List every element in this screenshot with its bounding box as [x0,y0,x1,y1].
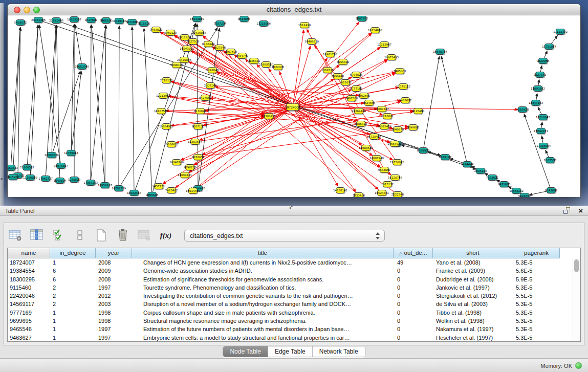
graph-node[interactable]: 10807487 [377,106,386,112]
graph-node[interactable]: 10025458 [380,123,389,129]
graph-node[interactable]: 16782759 [114,185,123,191]
graph-node[interactable]: 8958928 [419,147,428,154]
minimize-window-button[interactable] [24,7,30,13]
table-row[interactable]: 2242004622012Investigating the contribut… [8,292,580,300]
graph-node[interactable]: 16543902 [182,46,191,52]
graph-node[interactable]: 8471676 [499,181,509,187]
graph-node[interactable]: 1362615 [323,67,332,73]
graph-node[interactable]: 12213967 [380,41,389,48]
graph-node[interactable]: 9777169 [352,85,361,92]
graph-node[interactable]: 15720407 [369,134,379,140]
graph-node[interactable]: 11123372 [556,29,565,35]
memory-status[interactable]: Memory: OK [540,359,582,372]
graph-node[interactable]: 6671988 [127,19,137,25]
graph-node[interactable]: 9474444 [463,161,472,167]
graph-node[interactable]: 3624554 [364,100,374,106]
new-table-icon[interactable] [94,228,108,243]
rows-icon[interactable] [73,228,87,243]
graph-node[interactable]: 8186328 [204,41,213,47]
graph-node[interactable]: 16409510 [307,38,316,45]
graph-node[interactable]: 9243682 [547,187,556,193]
graph-node[interactable]: 11156829 [26,174,35,181]
column-header-name[interactable]: name [8,248,50,258]
graph-node[interactable]: 8990448 [333,73,342,79]
graph-node[interactable]: 8215958 [518,106,527,113]
column-header-out_de[interactable]: △out_de... [394,248,433,258]
graph-node[interactable]: 8427552 [201,95,210,101]
graph-node[interactable]: 16033809 [192,16,202,22]
graph-node[interactable]: 16914469 [188,188,198,194]
graph-node[interactable]: 6497568 [347,95,356,101]
float-panel-icon[interactable] [563,207,571,214]
graph-node[interactable]: 5405572 [16,19,25,26]
table-settings-icon[interactable] [8,228,23,243]
graph-node[interactable]: 12359924 [67,150,76,156]
graph-node[interactable]: 17957253 [86,180,95,186]
graph-node[interactable]: 14138141 [336,187,345,193]
table-row[interactable]: 1938455462009Genome-wide association stu… [8,267,580,275]
network-canvas[interactable]: 5405572202314062269140610653287152760284… [8,16,580,197]
graph-node[interactable]: 16154808 [371,27,380,33]
graph-node[interactable]: 9227341 [535,72,545,78]
graph-node[interactable]: 9463627 [401,97,410,103]
graph-node[interactable]: 1143194 [55,178,64,184]
graph-node[interactable]: 2522540 [393,191,402,197]
graph-node[interactable]: 7632621 [488,174,497,181]
graph-node[interactable]: 9115460 [413,108,423,114]
graph-node[interactable]: 10653287 [70,16,79,23]
graph-node[interactable]: 16961758 [325,51,335,57]
graph-node[interactable]: 1527602 [86,17,96,23]
function-builder-icon[interactable]: f(x) [159,228,173,243]
graph-node[interactable]: 3915901 [8,174,17,180]
table-row[interactable]: 969969511998Structural magnetic resonanc… [8,317,580,325]
table-row[interactable]: 1456911722003Disruption of a novel membe… [8,300,580,308]
graph-node[interactable]: 12353594 [190,139,200,145]
delete-table-icon[interactable] [116,228,130,243]
graph-node[interactable]: 7462660 [359,93,368,99]
tab-network-table[interactable]: Network Table [312,346,365,357]
graph-node[interactable]: 9827508 [188,38,198,45]
graph-node[interactable]: 12093882 [533,85,542,92]
graph-node[interactable]: 16046766 [172,159,181,165]
graph-node[interactable]: 19654923 [390,141,399,147]
graph-node[interactable]: 2803144 [206,82,215,89]
graph-node[interactable]: 16210645 [538,114,548,120]
graph-node[interactable]: 9245652 [520,193,529,197]
graph-node[interactable]: 6216001 [383,113,392,119]
table-row[interactable]: 911546021997Tourette syndrome. Phenomeno… [8,283,580,292]
maximize-window-button[interactable] [33,7,40,13]
graph-node[interactable]: 6879197 [441,154,450,160]
column-header-pagerank[interactable]: pagerank [513,248,560,258]
graph-node[interactable]: 1615132 [383,181,392,187]
graph-node[interactable]: 15688520 [262,61,271,68]
graph-node[interactable]: 16958167 [100,182,110,188]
graph-node[interactable]: 17942737 [41,176,50,182]
graph-node[interactable]: 1512419 [300,22,309,28]
graph-node[interactable]: 9827546 [215,45,224,51]
graph-node[interactable]: 8454749 [237,53,247,59]
graph-node[interactable]: 10654112 [512,188,521,194]
graph-node[interactable]: 2887682 [357,16,366,21]
column-header-year[interactable]: year [96,248,132,258]
graph-node[interactable]: 10923448 [129,190,139,196]
graph-node[interactable]: 7955812 [338,59,347,65]
graph-node[interactable]: 19166822 [167,141,176,147]
graph-node[interactable]: 9457771 [154,183,163,189]
graph-node[interactable]: 9267130 [193,123,203,129]
graph-node[interactable]: 7485063 [395,68,404,74]
table-row[interactable]: 946362711997Embryonic stem cells: a mode… [8,334,580,342]
graph-node[interactable]: 8466160 [101,17,111,24]
panel-collapse-arrow[interactable]: ◂ [0,176,3,181]
graph-node[interactable]: 16648784 [435,49,445,55]
graph-node[interactable]: 7357274 [215,20,225,27]
graph-node[interactable]: 21606531 [23,164,32,170]
network-table-selector[interactable]: citations_edges.txt [184,230,385,242]
graph-node[interactable]: 1322005 [273,64,282,70]
table-row[interactable]: 977716911998Corpus callosum shape and si… [8,309,580,317]
graph-node[interactable]: 9699695 [408,124,418,130]
graph-node[interactable]: 8878834 [193,154,203,160]
graph-node[interactable]: 22691406 [52,17,61,24]
graph-node[interactable]: 9684067 [380,167,389,173]
graph-node[interactable]: 12213962 [159,93,168,99]
graph-node[interactable]: 16807249 [372,155,381,161]
